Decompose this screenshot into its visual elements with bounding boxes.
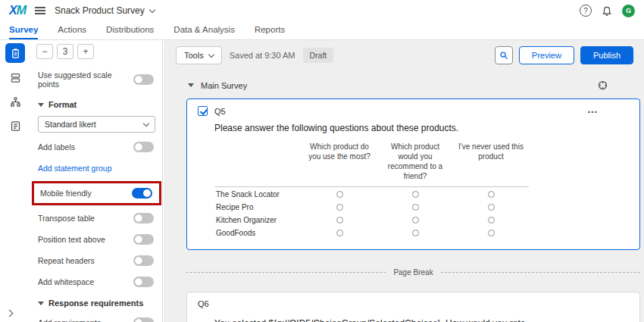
matrix-column-header[interactable]: I've never used this product bbox=[453, 139, 529, 187]
zoom-in-button[interactable]: + bbox=[77, 44, 94, 59]
blocks-icon[interactable] bbox=[5, 67, 25, 87]
page-break-line bbox=[441, 272, 640, 273]
radio-button[interactable] bbox=[488, 191, 495, 198]
xm-logo: XM bbox=[9, 4, 26, 17]
avatar[interactable]: G bbox=[622, 5, 635, 17]
matrix-column-header[interactable]: Which product would you recommend to a f… bbox=[377, 139, 453, 187]
collapse-panel-chevron-icon[interactable] bbox=[6, 310, 14, 317]
format-select[interactable]: Standard likert bbox=[38, 116, 155, 133]
format-section-header[interactable]: Format bbox=[30, 94, 163, 114]
matrix-row-label[interactable]: Recipe Pro bbox=[214, 200, 302, 213]
publish-button[interactable]: Publish bbox=[580, 46, 633, 64]
tools-button-label: Tools bbox=[184, 51, 204, 60]
transpose-table-row: Transpose table bbox=[30, 208, 163, 229]
radio-button[interactable] bbox=[336, 217, 343, 224]
survey-canvas: Main Survey Q5 ⋯ Please answer the follo… bbox=[164, 69, 644, 322]
matrix-cell bbox=[453, 226, 529, 239]
tab-distributions[interactable]: Distributions bbox=[106, 21, 154, 39]
format-select-value: Standard likert bbox=[45, 120, 96, 129]
add-labels-label: Add labels bbox=[38, 142, 75, 152]
tab-reports[interactable]: Reports bbox=[255, 21, 285, 39]
survey-editor-main: Tools Saved at 9:30 AM Draft Preview Pub… bbox=[164, 40, 644, 322]
help-button[interactable]: ? bbox=[580, 5, 592, 17]
radio-button[interactable] bbox=[336, 191, 343, 198]
position-text-above-toggle[interactable] bbox=[133, 234, 154, 245]
survey-title-dropdown[interactable]: Snack Product Survey bbox=[55, 5, 155, 16]
matrix-row-label[interactable]: The Snack Locator bbox=[214, 187, 302, 200]
q5-question-text[interactable]: Please answer the following questions ab… bbox=[214, 123, 629, 133]
q6-header: Q6 bbox=[198, 299, 629, 308]
transpose-table-toggle[interactable] bbox=[133, 213, 154, 224]
matrix-cell bbox=[377, 213, 453, 226]
add-statement-group-link[interactable]: Add statement group bbox=[30, 158, 163, 179]
survey-options-icon[interactable] bbox=[5, 116, 25, 136]
matrix-cell bbox=[302, 213, 377, 226]
repeat-headers-toggle[interactable] bbox=[133, 255, 154, 266]
radio-button[interactable] bbox=[412, 217, 419, 224]
radio-button[interactable] bbox=[336, 230, 343, 236]
chevron-down-icon bbox=[143, 120, 149, 126]
matrix-corner-cell bbox=[214, 139, 302, 187]
matrix-cell bbox=[453, 213, 529, 226]
chevron-down-icon bbox=[208, 51, 214, 57]
radio-button[interactable] bbox=[336, 204, 343, 211]
mobile-friendly-highlight-box: Mobile friendly bbox=[32, 181, 161, 205]
matrix-cell bbox=[377, 187, 453, 200]
chevron-down-icon bbox=[148, 6, 155, 12]
matrix-cell bbox=[302, 200, 377, 213]
matrix-row-label[interactable]: Kitchen Organizer bbox=[214, 213, 302, 226]
radio-button[interactable] bbox=[412, 191, 419, 198]
add-requirements-toggle[interactable] bbox=[133, 317, 154, 322]
response-requirements-section-header[interactable]: Response requirements bbox=[30, 292, 163, 312]
main-survey-block-header: Main Survey bbox=[186, 70, 640, 98]
question-card-q6[interactable]: Q6 You selected ${q://QID5/ChoiceGroup/S… bbox=[186, 292, 640, 322]
mobile-friendly-label: Mobile friendly bbox=[40, 189, 92, 198]
repeat-headers-row: Repeat headers bbox=[30, 250, 163, 271]
question-card-q5[interactable]: Q5 ⋯ Please answer the following questio… bbox=[186, 98, 640, 250]
radio-button[interactable] bbox=[488, 217, 495, 224]
add-labels-toggle[interactable] bbox=[133, 142, 154, 152]
q5-more-options-icon[interactable]: ⋯ bbox=[587, 108, 599, 115]
zoom-out-button[interactable]: − bbox=[36, 44, 53, 59]
builder-icon[interactable] bbox=[5, 43, 25, 63]
radio-button[interactable] bbox=[488, 204, 495, 211]
radio-button[interactable] bbox=[412, 230, 419, 236]
radio-button[interactable] bbox=[412, 204, 419, 211]
survey-title-label: Snack Product Survey bbox=[55, 5, 145, 16]
use-suggested-scale-points-toggle[interactable] bbox=[133, 74, 154, 85]
target-icon[interactable] bbox=[597, 80, 608, 91]
q6-question-text[interactable]: You selected ${q://QID5/ChoiceGroup/Sele… bbox=[214, 317, 533, 322]
tab-actions[interactable]: Actions bbox=[58, 21, 86, 39]
format-section-label: Format bbox=[48, 100, 77, 109]
add-whitespace-row: Add whitespace bbox=[30, 271, 163, 292]
preview-button[interactable]: Preview bbox=[519, 46, 574, 64]
caret-down-icon[interactable] bbox=[188, 83, 194, 87]
position-text-above-label: Position text above bbox=[38, 235, 105, 244]
draft-status-badge: Draft bbox=[303, 48, 334, 63]
search-button[interactable] bbox=[495, 46, 513, 64]
q5-checkbox[interactable] bbox=[198, 106, 208, 116]
tab-data-analysis[interactable]: Data & Analysis bbox=[174, 21, 235, 39]
matrix-cell bbox=[377, 200, 453, 213]
page-break[interactable]: Page Break bbox=[186, 268, 640, 277]
zoom-value: 3 bbox=[57, 44, 73, 59]
sidebar-icon-strip bbox=[0, 40, 30, 322]
mobile-friendly-toggle[interactable] bbox=[132, 188, 152, 199]
add-whitespace-toggle[interactable] bbox=[133, 277, 154, 287]
matrix-column-header[interactable]: Which product do you use the most? bbox=[302, 139, 377, 187]
survey-flow-icon[interactable] bbox=[5, 92, 25, 111]
top-bar: XM Snack Product Survey ? G bbox=[0, 0, 644, 21]
hamburger-menu-icon[interactable] bbox=[35, 7, 45, 14]
radio-button[interactable] bbox=[488, 230, 495, 236]
notifications-bell-icon[interactable] bbox=[602, 5, 612, 16]
search-icon bbox=[499, 51, 508, 60]
add-whitespace-label: Add whitespace bbox=[38, 277, 94, 286]
matrix-cell bbox=[302, 226, 377, 239]
use-suggested-scale-points-label: Use suggested scale points bbox=[38, 70, 133, 89]
mobile-friendly-row: Mobile friendly bbox=[34, 183, 159, 203]
transpose-table-label: Transpose table bbox=[38, 214, 95, 223]
tab-survey[interactable]: Survey bbox=[9, 21, 38, 39]
matrix-row-label[interactable]: GoodFoods bbox=[214, 226, 302, 239]
tools-button[interactable]: Tools bbox=[176, 46, 222, 64]
block-title: Main Survey bbox=[201, 81, 247, 90]
